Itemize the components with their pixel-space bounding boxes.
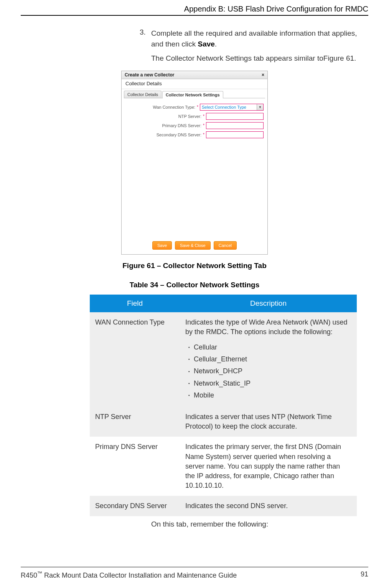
list-item: Cellular_Ethernet — [194, 353, 351, 365]
cancel-button[interactable]: Cancel — [214, 241, 237, 250]
r1-desc-text: Indicates the type of Wide Area Network … — [185, 318, 348, 336]
list-item: Cellular — [194, 341, 351, 353]
cell-description: Indicates the primary server, the first … — [180, 437, 357, 496]
cell-description: Indicates a server that uses NTP (Networ… — [180, 407, 357, 437]
table-row: NTP Server Indicates a server that uses … — [90, 407, 357, 437]
list-item: Mobile — [194, 389, 351, 401]
step-text-b: . — [215, 40, 217, 48]
save-and-close-button[interactable]: Save & Close — [175, 241, 211, 250]
col-field: Field — [90, 295, 180, 312]
step-number: 3. — [140, 28, 151, 49]
col-description: Description — [180, 295, 357, 312]
required-marker: * — [203, 133, 204, 137]
primary-dns-label: Primary DNS Server: — [148, 123, 201, 128]
chevron-down-icon: ▼ — [257, 104, 263, 110]
required-marker: * — [197, 105, 198, 109]
wan-connection-type-select[interactable]: Select Connection Type ▼ — [200, 104, 264, 111]
cell-description: Indicates the second DNS server. — [180, 496, 357, 516]
ntp-server-label: NTP Server: — [148, 114, 201, 119]
tab-collector-details[interactable]: Collector Details — [124, 91, 162, 98]
running-header: Appendix B: USB Flash Drive Configuratio… — [21, 0, 368, 15]
table-caption: Table 34 – Collector Network Settings — [21, 281, 368, 289]
dialog-title: Create a new Collector — [125, 72, 174, 78]
page-number: 91 — [361, 570, 368, 580]
save-word: Save — [198, 40, 214, 48]
required-marker: * — [203, 114, 204, 118]
secondary-dns-input[interactable] — [206, 131, 264, 138]
list-item: Network_Static_IP — [194, 378, 351, 389]
cell-description: Indicates the type of Wide Area Network … — [180, 312, 357, 407]
cell-field: Primary DNS Server — [90, 437, 180, 496]
cell-field: WAN Connection Type — [90, 312, 180, 407]
primary-dns-input[interactable] — [206, 122, 264, 129]
table-row: WAN Connection Type Indicates the type o… — [90, 312, 357, 407]
close-icon[interactable]: × — [262, 72, 264, 78]
table-row: Primary DNS Server Indicates the primary… — [90, 437, 357, 496]
step-followup: The Collector Network Settings tab appea… — [151, 53, 368, 64]
header-rule — [21, 15, 368, 16]
table-row: Secondary DNS Server Indicates the secon… — [90, 496, 357, 516]
cell-field: Secondary DNS Server — [90, 496, 180, 516]
save-button[interactable]: Save — [152, 241, 172, 250]
settings-table: Field Description WAN Connection Type In… — [90, 295, 357, 517]
step-text-a: Complete all the required and available … — [151, 29, 357, 48]
list-item: Network_DHCP — [194, 365, 351, 377]
figure-dialog: Create a new Collector × Collector Detai… — [121, 71, 268, 255]
cell-field: NTP Server — [90, 407, 180, 437]
page-footer: R450™ Rack Mount Data Collector Installa… — [21, 567, 368, 580]
dialog-subhead: Collector Details — [122, 79, 267, 89]
footer-left-b: Rack Mount Data Collector Installation a… — [42, 571, 237, 579]
closing-line: On this tab, remember the following: — [151, 520, 368, 528]
figure-caption: Figure 61 – Collector Network Setting Ta… — [21, 262, 368, 270]
wan-connection-type-label: Wan Connection Type: — [142, 105, 195, 109]
secondary-dns-label: Secondary DNS Server: — [148, 133, 201, 137]
footer-left-a: R450 — [21, 571, 37, 579]
footer-rule — [21, 567, 368, 567]
footer-title: R450™ Rack Mount Data Collector Installa… — [21, 570, 237, 580]
wan-connection-type-placeholder: Select Connection Type — [202, 105, 246, 109]
ntp-server-input[interactable] — [206, 113, 264, 120]
trademark-symbol: ™ — [37, 570, 42, 576]
step-text: Complete all the required and available … — [151, 28, 368, 49]
tab-collector-network-settings[interactable]: Collector Network Settings — [162, 91, 223, 98]
required-marker: * — [203, 123, 204, 128]
